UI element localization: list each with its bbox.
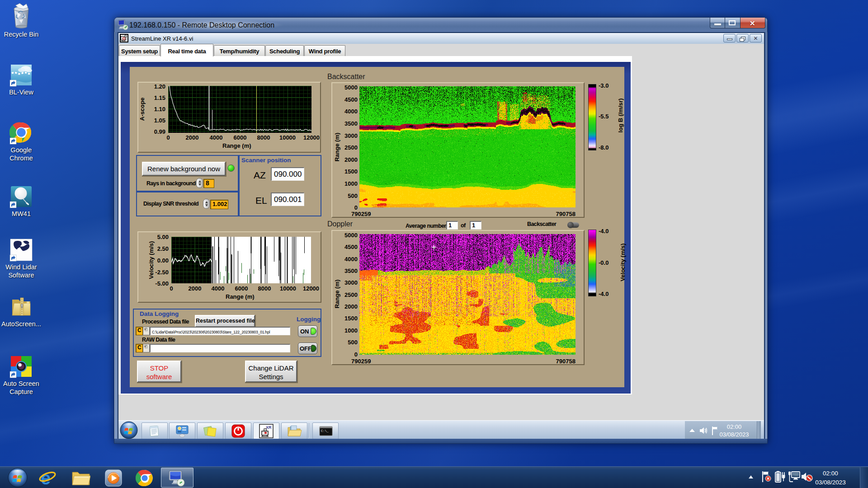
svg-text:e: e xyxy=(41,469,51,487)
svg-text:C:\_: C:\_ xyxy=(321,429,329,433)
svg-text:XR: XR xyxy=(266,425,272,430)
